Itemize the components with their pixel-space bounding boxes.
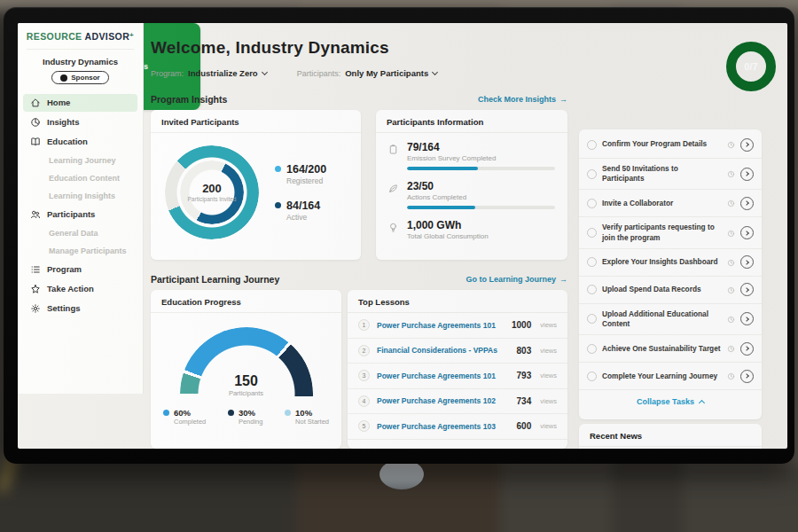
sidebar-item-label: Take Action: [47, 284, 94, 293]
lesson-rank: 4: [358, 395, 370, 407]
insights-icon: [30, 117, 41, 128]
task-label: Explore Your Insights Dashboard: [602, 257, 722, 267]
sponsor-badge[interactable]: Sponsor: [51, 71, 108, 84]
lesson-title-link[interactable]: Power Purchase Agreements 101: [377, 321, 505, 330]
lesson-views-suffix: views: [540, 372, 557, 379]
sidebar: RESOURCE ADVISOR+ Industry Dynamics Spon…: [18, 23, 144, 394]
lesson-rank: 2: [358, 345, 370, 356]
chevron-down-icon: [432, 68, 438, 74]
lesson-title-link[interactable]: Power Purchase Agreements 102: [377, 396, 510, 405]
arrow-right-icon: →: [559, 275, 567, 284]
todo-progress-ring: 0/7: [726, 42, 776, 91]
task-open-button[interactable]: [740, 255, 754, 269]
legend-value: 60%: [174, 408, 206, 418]
check-more-insights-link[interactable]: Check More Insights →: [478, 95, 567, 104]
task-label: Invite a Collaborator: [602, 199, 722, 208]
task-checkbox[interactable]: [587, 372, 597, 381]
legend-label: Registered: [286, 176, 326, 185]
task-checkbox[interactable]: [587, 140, 597, 150]
sidebar-item-insights[interactable]: Insights: [23, 113, 137, 131]
task-checkbox[interactable]: [587, 314, 597, 324]
sidebar-item-label: Insights: [47, 117, 79, 127]
lesson-row[interactable]: 4 Power Purchase Agreements 102 734 view…: [348, 389, 567, 415]
card-title: Participants Information: [376, 110, 567, 133]
lesson-rank: 3: [358, 370, 370, 381]
logo-plus: +: [129, 31, 134, 39]
task-checkbox[interactable]: [587, 285, 597, 294]
sidebar-item-learning-journey[interactable]: Learning Journey: [23, 153, 137, 168]
clock-icon: [727, 166, 735, 182]
task-checkbox[interactable]: [587, 228, 597, 238]
lesson-row[interactable]: 5 Power Purchase Agreements 103 600 view…: [348, 414, 567, 440]
task-open-button[interactable]: [740, 138, 754, 152]
sidebar-item-label: Participants: [47, 209, 95, 219]
go-to-learning-journey-link[interactable]: Go to Learning Journey →: [466, 275, 567, 284]
lesson-title-link[interactable]: Financial Considerations - VPPAs: [377, 346, 510, 355]
legend-dot: [285, 410, 291, 416]
task-open-button[interactable]: [740, 370, 754, 383]
program-insights-header: Program Insights Check More Insights →: [151, 94, 567, 105]
invited-body: 200 Participants Invited 164/200 Registe…: [151, 133, 361, 248]
legend-dot: [275, 202, 281, 208]
lesson-title-link[interactable]: Power Purchase Agreements 101: [377, 372, 510, 380]
arrow-right-icon: →: [559, 95, 567, 104]
sidebar-item-general-data[interactable]: General Data: [23, 225, 137, 241]
clock-icon: [727, 225, 735, 241]
card-title: Invited Participants: [151, 110, 361, 133]
lesson-row[interactable]: 3 Power Purchase Agreements 101 793 view…: [348, 364, 567, 389]
sidebar-item-label: Home: [47, 98, 70, 107]
sponsor-badge-icon: [60, 74, 67, 82]
sidebar-item-home[interactable]: Home: [23, 94, 137, 112]
program-value: Industrialize Zero: [188, 68, 258, 78]
task-label: Confirm Your Program Details: [602, 139, 722, 149]
sidebar-item-participants[interactable]: Participants: [23, 206, 137, 223]
lesson-row[interactable]: 2 Financial Considerations - VPPAs 803 v…: [348, 339, 567, 364]
task-row: Send 50 Invitations to Participants: [579, 159, 762, 190]
lesson-row[interactable]: 1 Power Purchase Agreements 101 1000 vie…: [348, 313, 567, 339]
lesson-views-suffix: views: [540, 321, 557, 329]
sidebar-item-program[interactable]: Program: [23, 261, 137, 278]
section-title: Program Insights: [151, 94, 227, 105]
task-open-button[interactable]: [740, 168, 754, 181]
task-checkbox[interactable]: [587, 199, 597, 208]
home-icon: [30, 98, 41, 108]
task-open-button[interactable]: [740, 226, 754, 239]
sidebar-item-label: Learning Insights: [49, 192, 115, 200]
lesson-views: 600: [517, 421, 532, 431]
card-title: Recent News: [579, 424, 762, 447]
legend-value: 30%: [239, 408, 263, 418]
sidebar-item-manage-participants[interactable]: Manage Participants: [23, 243, 137, 259]
invited-donut-chart: 200 Participants Invited: [165, 145, 259, 239]
lesson-title-link[interactable]: Power Purchase Agreements 103: [377, 422, 510, 431]
task-row: Achieve One Sustainability Target: [579, 335, 762, 363]
task-checkbox[interactable]: [587, 257, 597, 267]
task-open-button[interactable]: [740, 283, 754, 296]
info-label: Emission Survey Completed: [407, 154, 555, 162]
todo-progress-value: 0/7: [744, 61, 757, 72]
monitor-bezel: RESOURCE ADVISOR+ Industry Dynamics Spon…: [4, 7, 794, 464]
task-label: Complete Your Learning Journey: [602, 372, 722, 381]
task-open-button[interactable]: [740, 342, 754, 356]
task-checkbox[interactable]: [587, 169, 597, 179]
info-value: 1,000 GWh: [407, 219, 555, 231]
sidebar-item-learning-insights[interactable]: Learning Insights: [23, 188, 137, 204]
lesson-views-suffix: views: [540, 347, 557, 355]
sidebar-item-education[interactable]: Education: [23, 133, 137, 151]
lesson-views: 793: [517, 371, 532, 380]
sidebar-item-take-action[interactable]: Take Action: [23, 280, 137, 298]
lesson-views-suffix: views: [540, 397, 557, 405]
monitor-stand: [379, 459, 424, 489]
task-label: Upload Spend Data Records: [602, 285, 722, 294]
sidebar-item-settings[interactable]: Settings: [23, 300, 137, 317]
sidebar-item-education-content[interactable]: Education Content: [23, 170, 137, 186]
task-checkbox[interactable]: [587, 344, 597, 354]
task-open-button[interactable]: [740, 312, 754, 325]
program-select[interactable]: Program: Industrialize Zero: [151, 68, 267, 78]
task-open-button[interactable]: [740, 197, 754, 210]
task-label: Send 50 Invitations to Participants: [602, 164, 722, 184]
info-label: Actions Completed: [407, 193, 555, 201]
collapse-tasks-link[interactable]: Collapse Tasks: [579, 390, 762, 410]
clock-icon: [727, 195, 735, 211]
page-title: Welcome, Industry Dynamics: [151, 38, 389, 58]
participants-select[interactable]: Participants: Only My Participants: [297, 68, 438, 78]
